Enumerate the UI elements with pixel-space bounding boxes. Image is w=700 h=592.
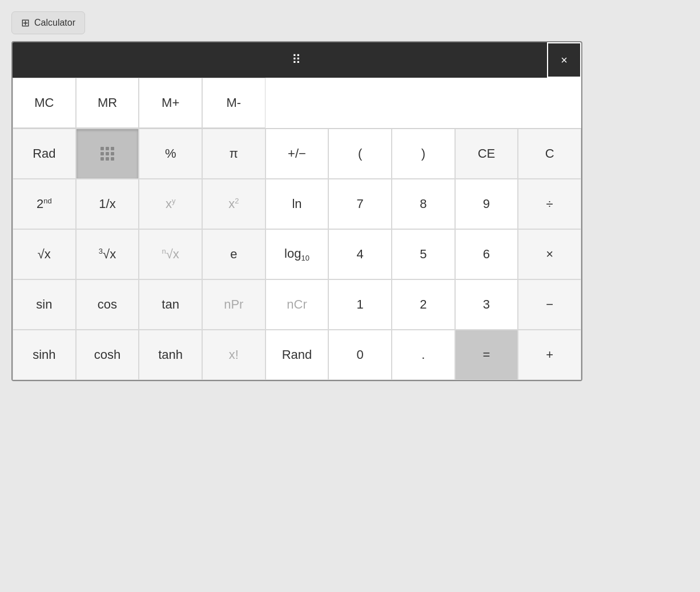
memory-row: MC MR M+ M- <box>13 78 581 129</box>
mc-button[interactable]: MC <box>13 78 76 128</box>
btn-r1-c4[interactable]: ln <box>265 179 329 229</box>
btn-r1-c7[interactable]: 9 <box>455 179 518 229</box>
btn-r2-c1[interactable]: 3√x <box>76 229 139 279</box>
btn-r4-c6[interactable]: . <box>392 330 455 380</box>
btn-r3-c8[interactable]: − <box>518 279 581 330</box>
btn-r1-c5[interactable]: 7 <box>328 179 392 229</box>
btn-r4-c2[interactable]: tanh <box>139 330 202 380</box>
header-grid-icon: ⠿ <box>292 53 302 67</box>
calc-header: ⠿ × <box>13 42 581 78</box>
btn-r0-c5[interactable]: ( <box>328 129 392 179</box>
btn-r3-c0[interactable]: sin <box>13 279 76 330</box>
btn-r2-c8[interactable]: × <box>518 229 581 279</box>
title-label: Calculator <box>34 18 75 28</box>
btn-r2-c6[interactable]: 5 <box>392 229 455 279</box>
memory-empty-area <box>265 78 581 128</box>
mplus-button[interactable]: M+ <box>139 78 202 128</box>
btn-r3-c4[interactable]: nCr <box>265 279 329 330</box>
btn-r0-c7[interactable]: CE <box>455 129 518 179</box>
calculator-icon: ⊞ <box>21 17 30 29</box>
btn-r3-c1[interactable]: cos <box>76 279 139 330</box>
btn-r3-c2[interactable]: tan <box>139 279 202 330</box>
btn-r0-c4[interactable]: +/− <box>265 129 329 179</box>
btn-r1-c2[interactable]: xy <box>139 179 202 229</box>
btn-r2-c4[interactable]: log10 <box>265 229 329 279</box>
btn-r4-c0[interactable]: sinh <box>13 330 76 380</box>
btn-r3-c3[interactable]: nPr <box>202 279 265 330</box>
close-button[interactable]: × <box>547 42 581 78</box>
title-bar: ⊞ Calculator <box>11 11 85 34</box>
btn-r4-c7[interactable]: = <box>455 330 518 380</box>
btn-r3-c6[interactable]: 2 <box>392 279 455 330</box>
btn-r1-c1[interactable]: 1/x <box>76 179 139 229</box>
btn-r4-c3[interactable]: x! <box>202 330 265 380</box>
btn-r1-c3[interactable]: x2 <box>202 179 265 229</box>
btn-r3-c7[interactable]: 3 <box>455 279 518 330</box>
btn-r0-c6[interactable]: ) <box>392 129 455 179</box>
btn-r2-c5[interactable]: 4 <box>328 229 392 279</box>
btn-r1-c8[interactable]: ÷ <box>518 179 581 229</box>
calculator-window: ⠿ × MC MR M+ M- Rad%π+/−()CEC2nd1/xxyx2l… <box>11 41 582 381</box>
btn-r1-c6[interactable]: 8 <box>392 179 455 229</box>
calc-grid: Rad%π+/−()CEC2nd1/xxyx2ln789÷√x3√xn√xelo… <box>13 129 581 380</box>
mminus-button[interactable]: M- <box>202 78 265 128</box>
btn-r0-c1[interactable] <box>76 129 139 179</box>
btn-r4-c8[interactable]: + <box>518 330 581 380</box>
btn-r1-c0[interactable]: 2nd <box>13 179 76 229</box>
btn-r4-c5[interactable]: 0 <box>328 330 392 380</box>
mr-button[interactable]: MR <box>76 78 139 128</box>
btn-r4-c1[interactable]: cosh <box>76 330 139 380</box>
btn-r2-c3[interactable]: e <box>202 229 265 279</box>
btn-r4-c4[interactable]: Rand <box>265 330 329 380</box>
btn-r0-c3[interactable]: π <box>202 129 265 179</box>
btn-r0-c8[interactable]: C <box>518 129 581 179</box>
btn-r3-c5[interactable]: 1 <box>328 279 392 330</box>
btn-r2-c0[interactable]: √x <box>13 229 76 279</box>
btn-r0-c2[interactable]: % <box>139 129 202 179</box>
btn-r2-c7[interactable]: 6 <box>455 229 518 279</box>
btn-r0-c0[interactable]: Rad <box>13 129 76 179</box>
memory-cells: MC MR M+ M- <box>13 78 265 128</box>
btn-r2-c2[interactable]: n√x <box>139 229 202 279</box>
